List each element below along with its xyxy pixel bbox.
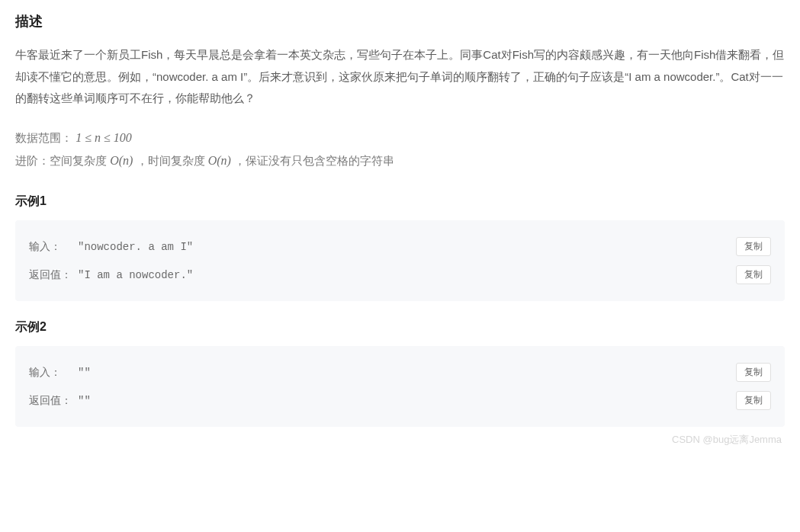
advance-prefix: 进阶：空间复杂度	[15, 154, 110, 167]
range-prefix: 数据范围：	[15, 131, 72, 144]
range-math: 1 ≤ n ≤ 100	[76, 131, 132, 144]
example2-output-value: ""	[78, 395, 91, 407]
example2-block: 输入： "" 复制 返回值： "" 复制	[15, 346, 785, 427]
example1-output-row: 返回值： "I am a nowcoder." 复制	[29, 261, 771, 289]
example2-input-label: 输入：	[29, 366, 72, 380]
advance-math-1: O(n)	[110, 154, 133, 167]
example1-input-label: 输入：	[29, 240, 72, 254]
description-body: 牛客最近来了一个新员工Fish，每天早晨总是会拿着一本英文杂志，写些句子在本子上…	[15, 44, 785, 110]
example1-output-label: 返回值：	[29, 268, 72, 282]
watermark: CSDN @bug远离Jemma	[672, 433, 782, 447]
copy-button[interactable]: 复制	[736, 363, 771, 382]
copy-button[interactable]: 复制	[736, 237, 771, 256]
copy-button[interactable]: 复制	[736, 391, 771, 410]
example2-output-row: 返回值： "" 复制	[29, 386, 771, 415]
advance-math-2: O(n)	[208, 154, 231, 167]
advance-suffix: ，保证没有只包含空格的字符串	[234, 154, 394, 167]
description-title: 描述	[15, 12, 785, 30]
copy-button[interactable]: 复制	[736, 265, 771, 284]
example1-output-value: "I am a nowcoder."	[78, 269, 193, 281]
data-range-line: 数据范围： 1 ≤ n ≤ 100	[15, 127, 785, 149]
example1-input-value: "nowcoder. a am I"	[78, 241, 193, 253]
example2-input-row: 输入： "" 复制	[29, 358, 771, 386]
example2-input-value: ""	[78, 367, 91, 379]
example1-block: 输入： "nowcoder. a am I" 复制 返回值： "I am a n…	[15, 220, 785, 301]
constraints-block: 数据范围： 1 ≤ n ≤ 100 进阶：空间复杂度 O(n) ，时间复杂度 O…	[15, 127, 785, 173]
example2-output-label: 返回值：	[29, 394, 72, 408]
example1-title: 示例1	[15, 194, 785, 210]
advance-line: 进阶：空间复杂度 O(n) ，时间复杂度 O(n) ，保证没有只包含空格的字符串	[15, 149, 785, 172]
example2-title: 示例2	[15, 319, 785, 335]
advance-sep: ，时间复杂度	[137, 154, 208, 167]
example1-input-row: 输入： "nowcoder. a am I" 复制	[29, 232, 771, 261]
